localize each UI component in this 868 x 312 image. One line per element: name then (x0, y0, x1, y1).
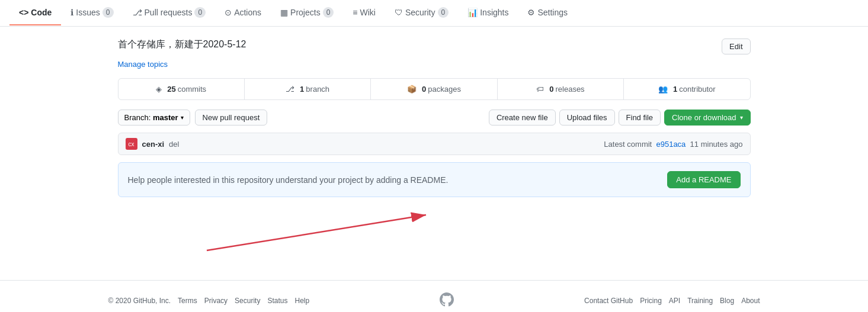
find-file-button[interactable]: Find file (619, 110, 661, 126)
nav-security[interactable]: 🛡 Security 0 (385, 0, 458, 26)
left-actions: Branch: master ▾ New pull request (118, 110, 268, 126)
nav-pull-requests[interactable]: ⎇ Pull requests 0 (123, 0, 216, 26)
footer-pricing-link[interactable]: Pricing (640, 297, 662, 305)
code-icon: <> (19, 8, 28, 17)
issues-icon: ℹ (71, 8, 73, 17)
commit-hash-link[interactable]: e951aca (656, 140, 686, 149)
security-icon: 🛡 (395, 8, 403, 17)
commit-bar: cx cen-xi del Latest commit e951aca 11 m… (118, 133, 751, 155)
footer-blog-link[interactable]: Blog (720, 297, 734, 305)
branch-selector[interactable]: Branch: master ▾ (118, 110, 190, 126)
svg-line-1 (207, 215, 426, 250)
repo-description: 首个存储库，新建于2020-5-12 (118, 38, 246, 51)
new-pull-request-button[interactable]: New pull request (195, 110, 268, 126)
stat-branch[interactable]: ⎇ 1 branch (245, 79, 371, 99)
footer-right: Contact GitHub Pricing API Training Blog… (584, 297, 760, 305)
nav-insights[interactable]: 📊 Insights (458, 1, 518, 25)
footer-help-link[interactable]: Help (294, 297, 309, 305)
nav-settings[interactable]: ⚙ Settings (518, 1, 577, 25)
footer-inner: © 2020 GitHub, Inc. Terms Privacy Securi… (108, 292, 760, 308)
commit-info-right: Latest commit e951aca 11 minutes ago (604, 140, 742, 149)
readme-banner-text: Help people interested in this repositor… (128, 175, 449, 185)
readme-banner: Help people interested in this repositor… (118, 162, 751, 197)
projects-badge: 0 (323, 7, 334, 18)
manage-topics-link[interactable]: Manage topics (118, 60, 168, 69)
create-new-file-button[interactable]: Create new file (489, 110, 556, 126)
settings-icon: ⚙ (527, 8, 535, 17)
footer-security-link[interactable]: Security (235, 297, 260, 305)
issues-badge: 0 (103, 7, 114, 18)
main-content: 首个存储库，新建于2020-5-12 Edit Manage topics ◈ … (108, 27, 760, 268)
actions-icon: ⊙ (225, 8, 232, 17)
clone-or-download-button[interactable]: Clone or download ▾ (664, 110, 750, 126)
repo-header: 首个存储库，新建于2020-5-12 Edit (118, 38, 751, 54)
stat-contributors[interactable]: 👥 1 contributor (624, 79, 750, 99)
branch-dropdown-icon: ▾ (181, 114, 184, 121)
commit-message: del (169, 140, 179, 149)
nav-actions[interactable]: ⊙ Actions (215, 1, 271, 25)
nav-issues[interactable]: ℹ Issues 0 (61, 0, 123, 26)
action-bar: Branch: master ▾ New pull request Create… (118, 110, 751, 126)
avatar: cx (126, 138, 137, 150)
stat-releases[interactable]: 🏷 0 releases (498, 79, 624, 99)
pr-icon: ⎇ (133, 8, 142, 17)
commits-icon: ◈ (156, 85, 162, 94)
copyright-text: © 2020 GitHub, Inc. (108, 297, 171, 305)
security-badge: 0 (438, 7, 449, 18)
github-logo-icon (440, 292, 454, 307)
packages-icon: 📦 (407, 85, 417, 94)
arrow-annotation (118, 209, 751, 256)
footer-left: © 2020 GitHub, Inc. Terms Privacy Securi… (108, 297, 310, 305)
stat-commits[interactable]: ◈ 25 commits (118, 79, 245, 99)
nav-code[interactable]: <> Code (9, 1, 61, 25)
wiki-icon: ≡ (353, 8, 357, 17)
commit-info-left: cx cen-xi del (126, 138, 180, 150)
commit-time: 11 minutes ago (690, 140, 743, 149)
footer-logo (440, 292, 454, 308)
insights-icon: 📊 (467, 8, 478, 17)
pr-badge: 0 (194, 7, 206, 18)
red-arrow-svg (177, 209, 473, 256)
footer-privacy-link[interactable]: Privacy (204, 297, 228, 305)
footer-contact-link[interactable]: Contact GitHub (584, 297, 633, 305)
commit-author[interactable]: cen-xi (142, 140, 165, 149)
stat-packages[interactable]: 📦 0 packages (371, 79, 497, 99)
readme-section: Help people interested in this repositor… (118, 162, 751, 256)
footer-status-link[interactable]: Status (267, 297, 287, 305)
add-readme-button[interactable]: Add a README (667, 171, 740, 188)
footer-about-link[interactable]: About (741, 297, 760, 305)
upload-files-button[interactable]: Upload files (559, 110, 615, 126)
footer-terms-link[interactable]: Terms (178, 297, 197, 305)
nav-projects[interactable]: ▦ Projects 0 (271, 0, 343, 26)
nav-wiki[interactable]: ≡ Wiki (343, 1, 385, 25)
projects-icon: ▦ (280, 8, 288, 17)
repo-nav: <> Code ℹ Issues 0 ⎇ Pull requests 0 ⊙ A… (0, 0, 868, 27)
footer-api-link[interactable]: API (669, 297, 680, 305)
right-actions: Create new file Upload files Find file C… (489, 110, 751, 126)
clone-dropdown-icon: ▾ (740, 114, 743, 121)
contributors-icon: 👥 (658, 85, 668, 94)
releases-icon: 🏷 (536, 85, 544, 94)
branch-icon: ⎇ (286, 85, 294, 94)
edit-button[interactable]: Edit (722, 38, 750, 54)
footer: © 2020 GitHub, Inc. Terms Privacy Securi… (0, 280, 868, 312)
footer-training-link[interactable]: Training (687, 297, 713, 305)
stats-bar: ◈ 25 commits ⎇ 1 branch 📦 0 packages 🏷 0… (118, 78, 751, 100)
